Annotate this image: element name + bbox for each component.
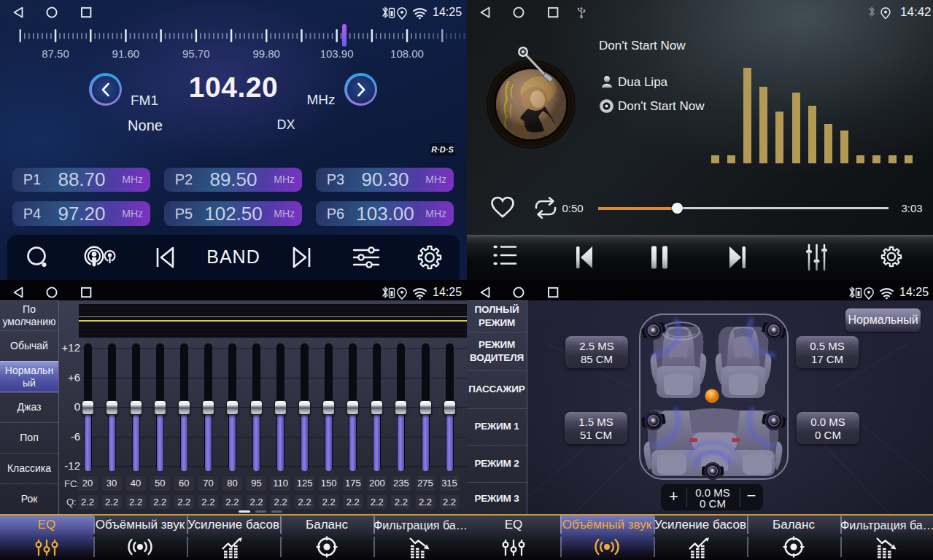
svg-text:BAND: BAND [206,246,260,267]
